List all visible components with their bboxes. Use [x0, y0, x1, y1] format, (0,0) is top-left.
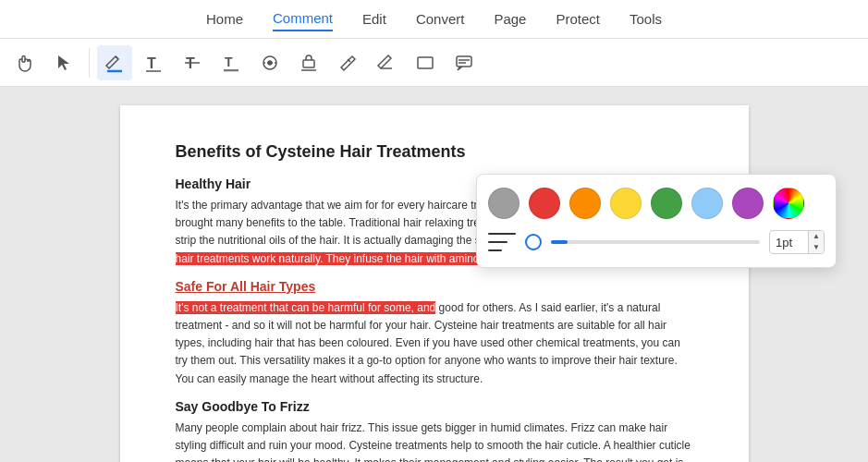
- svg-text:T: T: [147, 55, 156, 71]
- color-swatch-orange[interactable]: [569, 188, 601, 219]
- svg-text:T: T: [225, 55, 233, 69]
- section-body-3: Many people complain about hair frizz. T…: [176, 419, 693, 462]
- callout-tool[interactable]: [446, 45, 482, 80]
- hand-tool[interactable]: [7, 45, 43, 80]
- slider-circle: [525, 234, 542, 250]
- size-down-arrow[interactable]: ▼: [809, 242, 824, 253]
- underline-tool[interactable]: T: [214, 45, 249, 80]
- nav-protect[interactable]: Protect: [556, 7, 600, 30]
- section-heading-3: Say Goodbye To Frizz: [176, 399, 693, 414]
- size-up-arrow[interactable]: ▲: [809, 231, 824, 242]
- nav-page[interactable]: Page: [494, 7, 526, 30]
- color-picker-popup: 1pt ▲ ▼: [476, 174, 837, 268]
- nav-convert[interactable]: Convert: [416, 7, 465, 30]
- nav-edit[interactable]: Edit: [362, 7, 386, 30]
- top-navigation: Home Comment Edit Convert Page Protect T…: [0, 0, 868, 39]
- select-tool[interactable]: [46, 45, 81, 80]
- color-swatch-rainbow[interactable]: [773, 188, 804, 219]
- strikethrough-tool[interactable]: T: [175, 45, 210, 80]
- size-control-row: 1pt ▲ ▼: [488, 230, 825, 254]
- svg-marker-0: [58, 55, 69, 70]
- document-page: Benefits of Cysteine Hair Treatments Hea…: [120, 105, 749, 462]
- size-slider[interactable]: [551, 240, 760, 244]
- nav-comment[interactable]: Comment: [273, 6, 333, 31]
- rectangle-tool[interactable]: [408, 45, 443, 80]
- section-heading-2: Safe For All Hair Types: [176, 279, 693, 294]
- highlight-tool[interactable]: [97, 45, 132, 80]
- stamp-tool[interactable]: [291, 45, 326, 80]
- svg-rect-16: [457, 56, 471, 67]
- line-style-icon[interactable]: [488, 233, 516, 251]
- color-swatch-purple[interactable]: [732, 188, 764, 219]
- size-value: 1pt: [770, 234, 808, 251]
- main-content: Benefits of Cysteine Hair Treatments Hea…: [0, 87, 868, 462]
- nav-tools[interactable]: Tools: [630, 7, 662, 30]
- color-swatch-gray[interactable]: [488, 188, 520, 219]
- nav-home[interactable]: Home: [206, 7, 243, 30]
- color-swatch-yellow[interactable]: [610, 188, 642, 219]
- size-input-wrapper: 1pt ▲ ▼: [769, 230, 825, 254]
- color-swatches-row: [488, 188, 825, 219]
- markup-tool[interactable]: [330, 45, 365, 80]
- svg-point-11: [268, 61, 272, 65]
- free-draw-tool[interactable]: [252, 45, 287, 80]
- toolbar: T T T: [0, 39, 868, 87]
- document-title: Benefits of Cysteine Hair Treatments: [176, 142, 693, 162]
- color-swatch-light-blue[interactable]: [691, 188, 723, 219]
- text-tool[interactable]: T: [136, 45, 171, 80]
- size-arrows: ▲ ▼: [808, 231, 824, 253]
- eraser-tool[interactable]: [369, 45, 404, 80]
- color-swatch-green[interactable]: [651, 188, 682, 219]
- svg-rect-12: [303, 60, 314, 67]
- color-swatch-red[interactable]: [529, 188, 560, 219]
- svg-rect-15: [418, 57, 433, 68]
- section-body-2: It's not a treatment that can be harmful…: [176, 299, 693, 388]
- toolbar-separator-1: [89, 48, 90, 78]
